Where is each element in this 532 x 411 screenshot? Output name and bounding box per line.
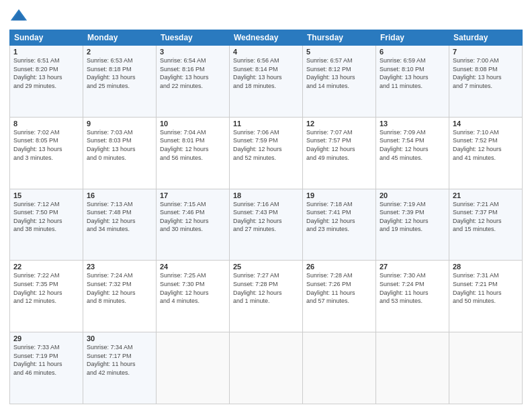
calendar-cell: 24Sunrise: 7:25 AM Sunset: 7:30 PM Dayli… [157, 261, 230, 332]
calendar-cell: 1Sunrise: 6:51 AM Sunset: 8:20 PM Daylig… [10, 46, 83, 118]
calendar-cell: 29Sunrise: 7:33 AM Sunset: 7:19 PM Dayli… [10, 332, 83, 404]
day-info: Sunrise: 7:27 AM Sunset: 7:28 PM Dayligh… [233, 271, 299, 305]
day-number: 23 [87, 263, 152, 271]
day-info: Sunrise: 7:06 AM Sunset: 7:59 PM Dayligh… [233, 128, 299, 162]
day-info: Sunrise: 7:33 AM Sunset: 7:19 PM Dayligh… [13, 343, 79, 377]
calendar-cell: 6Sunrise: 6:59 AM Sunset: 8:10 PM Daylig… [376, 46, 449, 118]
calendar-cell: 5Sunrise: 6:57 AM Sunset: 8:12 PM Daylig… [303, 46, 376, 118]
day-number: 1 [13, 48, 79, 56]
day-info: Sunrise: 7:02 AM Sunset: 8:05 PM Dayligh… [13, 128, 79, 162]
calendar-cell: 8Sunrise: 7:02 AM Sunset: 8:05 PM Daylig… [10, 117, 83, 189]
calendar-week-row: 8Sunrise: 7:02 AM Sunset: 8:05 PM Daylig… [10, 117, 523, 189]
calendar-cell: 14Sunrise: 7:10 AM Sunset: 7:52 PM Dayli… [449, 117, 523, 189]
calendar-week-row: 29Sunrise: 7:33 AM Sunset: 7:19 PM Dayli… [10, 332, 523, 404]
day-info: Sunrise: 7:31 AM Sunset: 7:21 PM Dayligh… [453, 271, 519, 305]
calendar-cell: 13Sunrise: 7:09 AM Sunset: 7:54 PM Dayli… [376, 117, 449, 189]
day-info: Sunrise: 6:56 AM Sunset: 8:14 PM Dayligh… [233, 56, 299, 90]
calendar-cell: 25Sunrise: 7:27 AM Sunset: 7:28 PM Dayli… [230, 261, 303, 332]
calendar-day-header: Monday [83, 30, 157, 46]
day-number: 11 [233, 120, 299, 128]
calendar-day-header: Wednesday [230, 30, 303, 46]
day-number: 22 [13, 263, 79, 271]
day-info: Sunrise: 7:00 AM Sunset: 8:08 PM Dayligh… [453, 56, 519, 90]
day-number: 20 [380, 191, 445, 199]
day-number: 16 [87, 191, 152, 199]
day-number: 18 [233, 191, 299, 199]
day-number: 15 [13, 191, 79, 199]
calendar-day-header: Thursday [303, 30, 376, 46]
day-number: 3 [160, 48, 226, 56]
calendar-cell: 2Sunrise: 6:53 AM Sunset: 8:18 PM Daylig… [83, 46, 157, 118]
day-info: Sunrise: 6:57 AM Sunset: 8:12 PM Dayligh… [306, 56, 372, 90]
calendar-cell: 17Sunrise: 7:15 AM Sunset: 7:46 PM Dayli… [157, 189, 230, 261]
day-info: Sunrise: 7:13 AM Sunset: 7:48 PM Dayligh… [87, 200, 152, 234]
logo [9, 7, 31, 26]
day-number: 25 [233, 263, 299, 271]
calendar-cell: 26Sunrise: 7:28 AM Sunset: 7:26 PM Dayli… [303, 261, 376, 332]
calendar-day-header: Friday [376, 30, 449, 46]
calendar-week-row: 1Sunrise: 6:51 AM Sunset: 8:20 PM Daylig… [10, 46, 523, 118]
day-info: Sunrise: 7:28 AM Sunset: 7:26 PM Dayligh… [306, 271, 372, 305]
day-number: 12 [306, 120, 372, 128]
day-number: 17 [160, 191, 226, 199]
day-info: Sunrise: 7:18 AM Sunset: 7:41 PM Dayligh… [306, 200, 372, 234]
calendar-cell: 4Sunrise: 6:56 AM Sunset: 8:14 PM Daylig… [230, 46, 303, 118]
calendar-cell: 19Sunrise: 7:18 AM Sunset: 7:41 PM Dayli… [303, 189, 376, 261]
day-number: 5 [306, 48, 372, 56]
calendar-cell: 18Sunrise: 7:16 AM Sunset: 7:43 PM Dayli… [230, 189, 303, 261]
day-number: 14 [453, 120, 519, 128]
day-info: Sunrise: 7:19 AM Sunset: 7:39 PM Dayligh… [380, 200, 445, 234]
day-number: 29 [13, 334, 79, 342]
day-number: 30 [87, 334, 152, 342]
day-number: 26 [306, 263, 372, 271]
day-info: Sunrise: 7:22 AM Sunset: 7:35 PM Dayligh… [13, 271, 79, 305]
calendar-cell [303, 332, 376, 404]
day-info: Sunrise: 6:51 AM Sunset: 8:20 PM Dayligh… [13, 56, 79, 90]
day-info: Sunrise: 7:21 AM Sunset: 7:37 PM Dayligh… [453, 200, 519, 234]
day-number: 24 [160, 263, 226, 271]
day-info: Sunrise: 7:30 AM Sunset: 7:24 PM Dayligh… [380, 271, 445, 305]
calendar-cell [230, 332, 303, 404]
calendar-day-header: Tuesday [157, 30, 230, 46]
day-info: Sunrise: 7:10 AM Sunset: 7:52 PM Dayligh… [453, 128, 519, 162]
calendar-day-header: Sunday [10, 30, 83, 46]
calendar-cell: 12Sunrise: 7:07 AM Sunset: 7:57 PM Dayli… [303, 117, 376, 189]
calendar-header-row: SundayMondayTuesdayWednesdayThursdayFrid… [10, 30, 523, 46]
calendar-cell: 27Sunrise: 7:30 AM Sunset: 7:24 PM Dayli… [376, 261, 449, 332]
day-info: Sunrise: 7:07 AM Sunset: 7:57 PM Dayligh… [306, 128, 372, 162]
day-number: 2 [87, 48, 152, 56]
calendar-cell: 10Sunrise: 7:04 AM Sunset: 8:01 PM Dayli… [157, 117, 230, 189]
day-number: 8 [13, 120, 79, 128]
calendar-cell: 28Sunrise: 7:31 AM Sunset: 7:21 PM Dayli… [449, 261, 523, 332]
day-info: Sunrise: 7:12 AM Sunset: 7:50 PM Dayligh… [13, 200, 79, 234]
day-info: Sunrise: 7:34 AM Sunset: 7:17 PM Dayligh… [87, 343, 152, 377]
day-info: Sunrise: 7:09 AM Sunset: 7:54 PM Dayligh… [380, 128, 445, 162]
calendar-cell: 22Sunrise: 7:22 AM Sunset: 7:35 PM Dayli… [10, 261, 83, 332]
calendar-cell [449, 332, 523, 404]
day-number: 6 [380, 48, 445, 56]
calendar-week-row: 15Sunrise: 7:12 AM Sunset: 7:50 PM Dayli… [10, 189, 523, 261]
calendar-cell: 11Sunrise: 7:06 AM Sunset: 7:59 PM Dayli… [230, 117, 303, 189]
calendar-cell: 15Sunrise: 7:12 AM Sunset: 7:50 PM Dayli… [10, 189, 83, 261]
calendar-cell: 21Sunrise: 7:21 AM Sunset: 7:37 PM Dayli… [449, 189, 523, 261]
calendar-cell: 23Sunrise: 7:24 AM Sunset: 7:32 PM Dayli… [83, 261, 157, 332]
calendar-cell: 16Sunrise: 7:13 AM Sunset: 7:48 PM Dayli… [83, 189, 157, 261]
day-info: Sunrise: 7:04 AM Sunset: 8:01 PM Dayligh… [160, 128, 226, 162]
day-number: 7 [453, 48, 519, 56]
logo-icon [9, 7, 28, 26]
day-info: Sunrise: 7:24 AM Sunset: 7:32 PM Dayligh… [87, 271, 152, 305]
day-number: 28 [453, 263, 519, 271]
calendar-cell: 30Sunrise: 7:34 AM Sunset: 7:17 PM Dayli… [83, 332, 157, 404]
calendar-cell: 9Sunrise: 7:03 AM Sunset: 8:03 PM Daylig… [83, 117, 157, 189]
calendar-day-header: Saturday [449, 30, 523, 46]
day-info: Sunrise: 7:03 AM Sunset: 8:03 PM Dayligh… [87, 128, 152, 162]
day-number: 4 [233, 48, 299, 56]
calendar-table: SundayMondayTuesdayWednesdayThursdayFrid… [9, 30, 523, 404]
calendar-cell: 7Sunrise: 7:00 AM Sunset: 8:08 PM Daylig… [449, 46, 523, 118]
day-info: Sunrise: 7:16 AM Sunset: 7:43 PM Dayligh… [233, 200, 299, 234]
day-info: Sunrise: 7:15 AM Sunset: 7:46 PM Dayligh… [160, 200, 226, 234]
day-number: 10 [160, 120, 226, 128]
calendar-cell [376, 332, 449, 404]
day-number: 21 [453, 191, 519, 199]
day-info: Sunrise: 7:25 AM Sunset: 7:30 PM Dayligh… [160, 271, 226, 305]
